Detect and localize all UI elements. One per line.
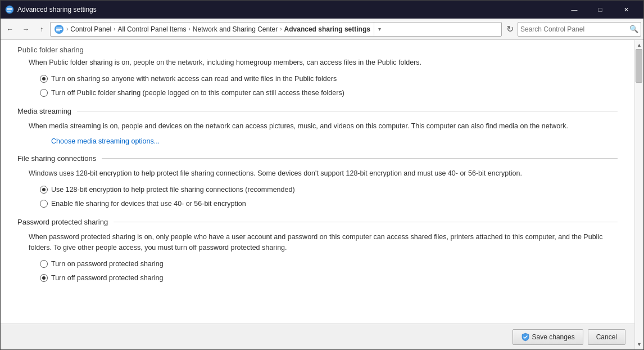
minimize-button[interactable]: — [561,1,587,19]
scroll-track [635,49,643,340]
scroll-thumb[interactable] [636,49,642,83]
public-folder-radio-2[interactable] [40,89,48,97]
file-sharing-description: Windows uses 128-bit encryption to help … [17,168,618,179]
window-controls: — □ ✕ [561,1,639,19]
search-box[interactable]: 🔍 [518,22,641,37]
main-area: Public folder sharing When Public folder… [1,40,643,349]
breadcrumb-network-center[interactable]: Network and Sharing Center [193,25,278,33]
search-icon[interactable]: 🔍 [629,25,638,33]
svg-rect-2 [7,10,12,11]
password-sharing-radio-1[interactable] [40,260,48,268]
public-folder-option-2[interactable]: Turn off Public folder sharing (people l… [17,88,618,98]
svg-rect-7 [56,30,60,32]
password-sharing-description: When password protected sharing is on, o… [17,232,618,253]
password-sharing-option-2[interactable]: Turn off password protected sharing [17,273,618,284]
media-streaming-description: When media streaming is on, people and d… [17,121,618,132]
cancel-button[interactable]: Cancel [588,329,625,345]
file-sharing-heading: File sharing connections [17,154,618,163]
search-input[interactable] [520,25,627,33]
refresh-button[interactable]: ↻ [503,22,516,37]
svg-rect-5 [56,28,62,29]
address-bar: ← → ↑ › Control Panel › All Control Pane… [1,19,643,40]
address-path[interactable]: › Control Panel › All Control Panel Item… [50,22,502,37]
back-button[interactable]: ← [3,22,17,37]
file-sharing-title: File sharing connections [17,154,96,163]
password-sharing-heading: Password protected sharing [17,218,618,226]
svg-rect-6 [56,29,62,30]
password-sharing-radio-2[interactable] [40,274,48,282]
title-bar: Advanced sharing settings — □ ✕ [1,1,643,19]
breadcrumb-control-panel[interactable]: Control Panel [70,25,111,33]
password-sharing-title: Password protected sharing [17,218,108,226]
media-streaming-heading: Media streaming [17,107,618,115]
maximize-button[interactable]: □ [587,1,613,19]
file-sharing-radio-1[interactable] [40,186,48,194]
media-streaming-title: Media streaming [17,107,71,115]
up-button[interactable]: ↑ [34,22,49,37]
svg-rect-3 [7,11,11,12]
breadcrumb-advanced-sharing[interactable]: Advanced sharing settings [284,25,370,33]
scrollbar[interactable]: ▲ ▼ [634,40,643,349]
content-area: Public folder sharing When Public folder… [1,40,634,349]
public-folder-radio-1[interactable] [40,75,48,83]
shield-icon [521,333,530,342]
password-sharing-divider [114,222,618,222]
public-folder-top-label: Public folder sharing [17,46,618,54]
forward-button[interactable]: → [19,22,33,37]
window-title: Advanced sharing settings [17,6,561,14]
main-window: Advanced sharing settings — □ ✕ ← → ↑ › … [0,0,644,350]
svg-rect-1 [7,8,12,9]
footer: Save changes Cancel [1,324,634,349]
path-dropdown-button[interactable]: ▾ [374,23,385,36]
scroll-down-button[interactable]: ▼ [636,340,643,348]
password-sharing-option-1[interactable]: Turn on password protected sharing [17,259,618,270]
file-sharing-option-1[interactable]: Use 128-bit encryption to help protect f… [17,185,618,195]
scrollable-content[interactable]: Public folder sharing When Public folder… [1,40,634,324]
media-streaming-divider [77,111,618,111]
close-button[interactable]: ✕ [613,1,639,19]
media-streaming-link[interactable]: Choose media streaming options... [17,137,618,145]
breadcrumb-all-items[interactable]: All Control Panel Items [117,25,186,33]
file-sharing-radio-2[interactable] [40,200,48,208]
file-sharing-option-2[interactable]: Enable file sharing for devices that use… [17,199,618,209]
public-folder-description: When Public folder sharing is on, people… [17,57,618,68]
file-sharing-divider [102,158,618,159]
public-folder-option-1[interactable]: Turn on sharing so anyone with network a… [17,74,618,84]
window-icon [5,5,14,14]
save-changes-button[interactable]: Save changes [513,329,583,345]
scroll-up-button[interactable]: ▲ [636,41,643,49]
